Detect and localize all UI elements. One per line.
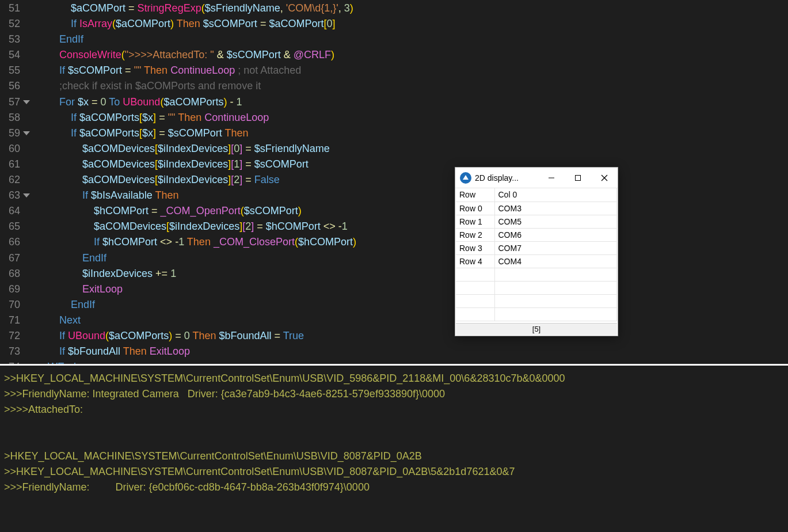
line-number: 65 (0, 219, 20, 234)
grid-row-empty[interactable] (456, 281, 617, 294)
code-line[interactable]: $aCOMDevices[$iIndexDevices][0] = $sFrie… (36, 141, 788, 157)
code-line[interactable]: $hCOMPort = _COM_OpenPort($sCOMPort) (36, 203, 788, 219)
code-line[interactable]: ;check if exist in $aCOMPorts and remove… (36, 78, 788, 94)
code-line[interactable]: If $sCOMPort = "" Then ContinueLoop ; no… (36, 63, 788, 78)
line-number: 66 (0, 234, 20, 250)
line-number: 73 (0, 344, 20, 359)
grid-row[interactable]: Row 2COM6 (456, 228, 617, 241)
line-number: 60 (0, 141, 20, 157)
code-line[interactable]: If $aCOMPorts[$x] = "" Then ContinueLoop (36, 110, 788, 126)
header-row-col: Row (456, 188, 494, 202)
line-number: 51 (0, 1, 20, 16)
code-line[interactable]: EndIf (36, 297, 788, 313)
code-editor[interactable]: 5152535455565758596061626364656667686970… (0, 0, 788, 364)
code-line[interactable]: If UBound($aCOMPorts) = 0 Then $bFoundAl… (36, 328, 788, 344)
code-line[interactable]: $aCOMDevices[$iIndexDevices][2] = $hCOMP… (36, 219, 788, 234)
code-line[interactable]: If IsArray($aCOMPort) Then $sCOMPort = $… (36, 16, 788, 32)
minimize-button[interactable] (538, 168, 565, 188)
code-line[interactable]: Next (36, 313, 788, 328)
code-line[interactable]: If $aCOMPorts[$x] = $sCOMPort Then (36, 126, 788, 141)
svg-rect-1 (576, 175, 581, 180)
code-line[interactable]: $aCOMDevices[$iIndexDevices][1] = $sCOMP… (36, 157, 788, 172)
line-number: 64 (0, 203, 20, 219)
grid-row[interactable]: Row 3COM7 (456, 241, 617, 254)
line-number: 56 (0, 78, 20, 94)
code-line[interactable]: $iIndexDevices += 1 (36, 266, 788, 282)
code-line[interactable]: If $hCOMPort <> -1 Then _COM_ClosePort($… (36, 234, 788, 250)
close-button[interactable] (591, 168, 618, 188)
grid-row[interactable]: Row 4COM4 (456, 254, 617, 268)
line-number: 59 (0, 126, 20, 141)
output-console[interactable]: >>HKEY_LOCAL_MACHINE\SYSTEM\CurrentContr… (0, 366, 788, 532)
line-number: 63 (0, 188, 20, 203)
code-line[interactable]: If $bIsAvailable Then (36, 188, 788, 203)
code-line[interactable]: $aCOMPort = StringRegExp($sFriendlyName,… (36, 1, 788, 16)
grid-header-row: Row Col 0 (456, 188, 617, 202)
line-number: 70 (0, 297, 20, 313)
header-col0: Col 0 (494, 188, 617, 202)
grid-row-empty[interactable] (456, 268, 617, 281)
grid-row[interactable]: Row 1COM5 (456, 215, 617, 228)
line-number: 68 (0, 266, 20, 282)
app-icon (460, 172, 471, 184)
line-number: 57 (0, 94, 20, 110)
line-number: 69 (0, 282, 20, 297)
code-line[interactable]: If $bFoundAll Then ExitLoop (36, 344, 788, 359)
line-number: 74 (0, 359, 20, 364)
grid-row-empty[interactable] (456, 307, 617, 321)
line-number: 71 (0, 313, 20, 328)
line-number: 58 (0, 110, 20, 126)
grid-row[interactable]: Row 0COM3 (456, 202, 617, 215)
code-area[interactable]: $aCOMPort = StringRegExp($sFriendlyName,… (36, 0, 788, 364)
fold-marker[interactable] (23, 100, 30, 104)
code-line[interactable]: For $x = 0 To UBound($aCOMPorts) - 1 (36, 94, 788, 110)
window-title: 2D display... (475, 173, 538, 183)
line-number-gutter: 5152535455565758596061626364656667686970… (0, 0, 20, 364)
data-grid[interactable]: Row Col 0 Row 0COM3 Row 1COM5 Row 2COM6 … (456, 188, 617, 323)
line-number: 61 (0, 157, 20, 172)
code-line[interactable]: EndIf (36, 32, 788, 47)
maximize-button[interactable] (565, 168, 591, 188)
fold-column[interactable] (20, 0, 35, 364)
fold-marker[interactable] (23, 131, 30, 135)
line-number: 67 (0, 250, 20, 266)
fold-marker[interactable] (23, 193, 30, 197)
line-number: 52 (0, 16, 20, 32)
code-line[interactable]: EndIf (36, 250, 788, 266)
array-display-window[interactable]: 2D display... Row Col 0 Row 0COM3 Row 1C… (455, 167, 618, 336)
code-line[interactable]: $aCOMDevices[$iIndexDevices][2] = False (36, 172, 788, 188)
code-line[interactable]: ConsoleWrite(">>>>AttachedTo: " & $sCOMP… (36, 47, 788, 63)
status-bar: [5] (456, 323, 617, 335)
line-number: 53 (0, 32, 20, 47)
line-number: 72 (0, 328, 20, 344)
line-number: 62 (0, 172, 20, 188)
grid-row-empty[interactable] (456, 294, 617, 307)
line-number: 54 (0, 47, 20, 63)
line-number: 55 (0, 63, 20, 78)
code-line[interactable]: WEnd (36, 359, 788, 364)
code-line[interactable]: ExitLoop (36, 282, 788, 297)
window-titlebar[interactable]: 2D display... (455, 168, 618, 188)
